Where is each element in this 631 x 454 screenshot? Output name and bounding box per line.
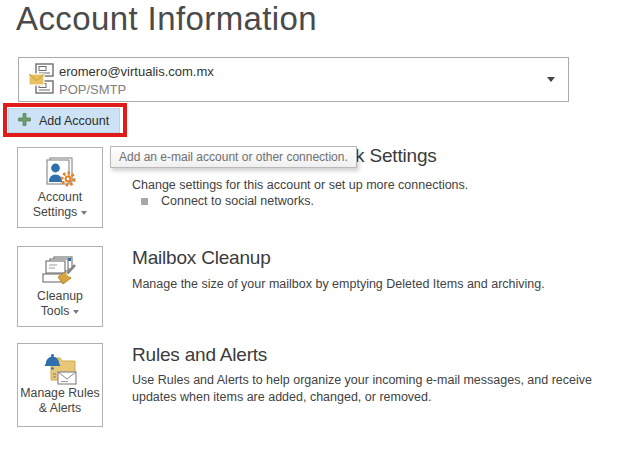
section-desc-mailbox-cleanup: Manage the size of your mailbox by empty… — [132, 276, 545, 293]
account-selector-dropdown[interactable]: eromero@virtualis.com.mx POP/SMTP — [18, 57, 569, 102]
account-email-text: eromero@virtualis.com.mx — [59, 62, 214, 81]
add-account-tooltip: Add an e-mail account or other connectio… — [110, 146, 357, 168]
cleanup-tools-label-line2: Tools — [18, 304, 102, 319]
section-desc-rules-alerts: Use Rules and Alerts to help organize yo… — [132, 372, 631, 406]
bullet-square-icon — [141, 198, 148, 205]
account-settings-icon — [18, 156, 102, 190]
section-desc-account-settings: Change settings for this account or set … — [132, 177, 468, 194]
section-heading-mailbox-cleanup: Mailbox Cleanup — [132, 247, 271, 269]
cleanup-tools-button[interactable]: Cleanup Tools — [17, 246, 103, 327]
backstage-account-info-page: Account Information eromero@virtualis.co… — [0, 0, 631, 454]
manage-rules-label-line2: & Alerts — [18, 401, 102, 416]
cleanup-tools-label-line1: Cleanup — [18, 289, 102, 304]
section-heading-rules-alerts: Rules and Alerts — [132, 344, 267, 366]
manage-rules-alerts-icon — [18, 352, 102, 386]
manage-rules-label-line1: Manage Rules — [18, 386, 102, 401]
menu-caret-icon — [81, 211, 87, 215]
cleanup-tools-icon — [18, 255, 102, 289]
add-account-button[interactable]: Add Account — [8, 108, 120, 133]
account-settings-button[interactable]: Account Settings — [17, 147, 103, 228]
page-title: Account Information — [16, 0, 317, 38]
menu-caret-icon — [73, 310, 79, 314]
account-settings-label-line1: Account — [18, 190, 102, 205]
account-mailbox-icon — [28, 63, 62, 101]
manage-rules-alerts-button[interactable]: Manage Rules & Alerts — [17, 343, 103, 427]
social-networks-bullet: Connect to social networks. — [141, 194, 314, 208]
plus-icon — [18, 112, 31, 130]
account-protocol-text: POP/SMTP — [59, 81, 214, 99]
add-account-label: Add Account — [39, 114, 109, 128]
dropdown-arrow-icon[interactable] — [547, 77, 555, 82]
social-networks-label: Connect to social networks. — [161, 194, 314, 208]
account-settings-label-line2: Settings — [18, 205, 102, 220]
